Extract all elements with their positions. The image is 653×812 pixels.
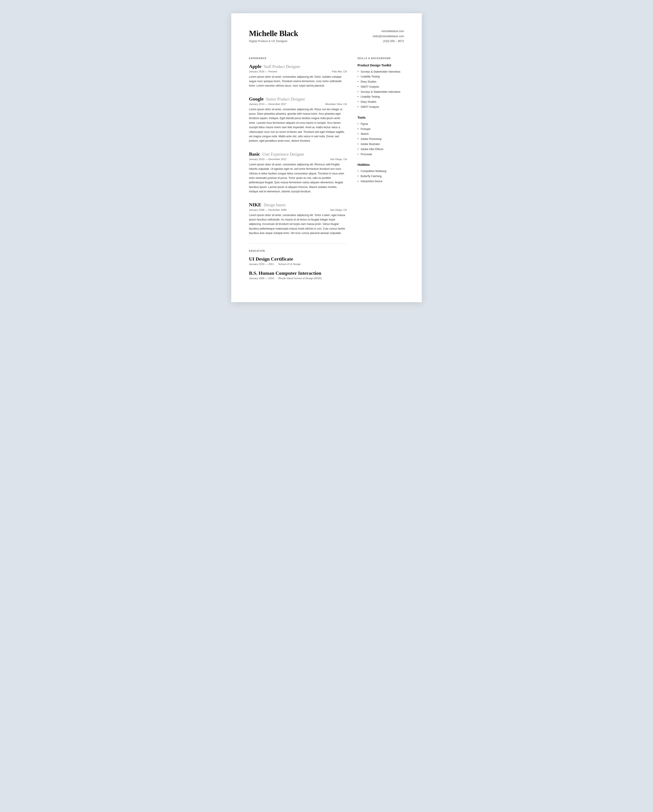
exp-body: Lorem ipsum dolor sit amet, consectetur … [249,75,347,88]
edu-meta: January 2006 — 2010 Rhode Island School … [249,277,347,279]
toolkit-list: Surveys & Stakeholder InterviewsUsabilit… [358,69,404,110]
edu-meta: January 2010 — 2011 School of UI Design [249,263,347,266]
hobbies-list: Competitive MukbangButterfly CatchingInt… [358,169,404,184]
person-title: Digital Product & UX Designer [249,40,298,43]
toolkit-title: Product Design Toolkit [358,64,404,67]
experience-entry: NIKE Design Intern January 2008 — Decemb… [249,202,347,235]
exp-location: Mountain View, CA [326,103,347,105]
exp-meta: January 2010 — December 2012 San Diego, … [249,158,347,160]
education-list: UI Design Certificate January 2010 — 201… [249,256,347,279]
exp-company: Apple [249,64,262,69]
exp-body: Lorem ipsum dolor sit amet, consectetur … [249,162,347,194]
exp-title-row: Google Senior Product Designer [249,96,347,102]
exp-title-row: Basic User Experience Designer [249,151,347,157]
toolkit-item: Surveys & Stakeholder Interviews [358,89,404,95]
tools-item: Procreate [358,152,404,157]
tools-item: Figma [358,122,404,127]
tools-item: Sketch [358,131,404,137]
exp-role: Design Intern [264,203,285,208]
exp-body: Lorem ipsum dolor sit amet, consectetur … [249,107,347,143]
product-design-toolkit-section: Product Design Toolkit Surveys & Stakeho… [358,64,404,110]
exp-location: San Diego, CA [330,158,347,160]
edu-date: January 2006 — 2010 [249,277,274,279]
sidebar: SKILLS & BACKGROUND Product Design Toolk… [358,57,404,285]
tools-list: FigmaProtopieSketchAdobe PhotoshopAdobe … [358,122,404,157]
tools-item: Adobe After Effects [358,147,404,152]
header-contact: michelleblack.com hello@michelleblack.co… [373,29,404,44]
experience-entry: Basic User Experience Designer January 2… [249,151,347,194]
phone: (310) 555 – 9572 [373,39,404,44]
toolkit-item: Diary Studies [358,99,404,104]
hobbies-item: Interpretive Dance [358,179,404,184]
toolkit-item: Usability Testing [358,94,404,99]
edu-degree: UI Design Certificate [249,256,347,262]
exp-role: Staff Product Designer [264,64,300,69]
section-divider [249,243,347,244]
toolkit-item: Surveys & Stakeholder Interviews [358,69,404,74]
experience-list: Apple Staff Product Designer January 201… [249,64,347,235]
exp-body: Lorem ipsum dolor sit amet, consectetur … [249,213,347,235]
hobbies-title: Hobbies [358,163,404,166]
tools-item: Adobe Illustrator [358,142,404,147]
exp-location: San Diego, CA [330,209,347,211]
exp-title-row: Apple Staff Product Designer [249,64,347,69]
content-area: EXPERIENCE Apple Staff Product Designer … [249,57,404,285]
tools-title: Tools [358,116,404,119]
experience-entry: Apple Staff Product Designer January 201… [249,64,347,88]
exp-meta: January 2018 — Present Palo Alto, CA [249,70,347,73]
education-entry: B.S. Human Computer Interaction January … [249,270,347,279]
toolkit-item: Diary Studies [358,79,404,84]
person-name: Michelle Black [249,29,298,38]
exp-meta: January 2013 — December 2017 Mountain Vi… [249,103,347,105]
toolkit-item: SWOT Analysis [358,104,404,110]
hobbies-section: Hobbies Competitive MukbangButterfly Cat… [358,163,404,184]
tools-item: Protopie [358,127,404,132]
sidebar-label: SKILLS & BACKGROUND [358,57,404,60]
exp-date: January 2008 — December 2009 [249,209,286,211]
exp-meta: January 2008 — December 2009 San Diego, … [249,209,347,211]
edu-date: January 2010 — 2011 [249,263,274,266]
exp-role: User Experience Designer [262,152,304,157]
exp-location: Palo Alto, CA [332,70,347,73]
exp-company: Google [249,96,264,102]
education-label: EDUCATION [249,250,347,252]
tools-section: Tools FigmaProtopieSketchAdobe Photoshop… [358,116,404,157]
exp-date: January 2010 — December 2012 [249,158,286,160]
education-entry: UI Design Certificate January 2010 — 201… [249,256,347,266]
toolkit-item: SWOT Analysis [358,84,404,89]
header-left: Michelle Black Digital Product & UX Desi… [249,29,298,43]
exp-company: NIKE [249,202,262,208]
header: Michelle Black Digital Product & UX Desi… [249,29,404,44]
exp-date: January 2013 — December 2017 [249,103,286,105]
hobbies-item: Butterfly Catching [358,174,404,179]
email: hello@michelleblack.com [373,34,404,39]
edu-degree: B.S. Human Computer Interaction [249,270,347,276]
edu-school: School of UI Design [278,263,301,266]
website: michelleblack.com [373,29,404,34]
exp-company: Basic [249,151,260,157]
tools-item: Adobe Photoshop [358,137,404,142]
resume-page: Michelle Black Digital Product & UX Desi… [231,13,422,302]
exp-date: January 2018 — Present [249,70,277,73]
toolkit-item: Usability Testing [358,74,404,79]
experience-entry: Google Senior Product Designer January 2… [249,96,347,143]
main-column: EXPERIENCE Apple Staff Product Designer … [249,57,347,285]
exp-title-row: NIKE Design Intern [249,202,347,208]
experience-label: EXPERIENCE [249,57,347,60]
edu-school: Rhode Island School of Design (RISD) [278,277,322,279]
exp-role: Senior Product Designer [266,97,305,102]
hobbies-item: Competitive Mukbang [358,169,404,174]
